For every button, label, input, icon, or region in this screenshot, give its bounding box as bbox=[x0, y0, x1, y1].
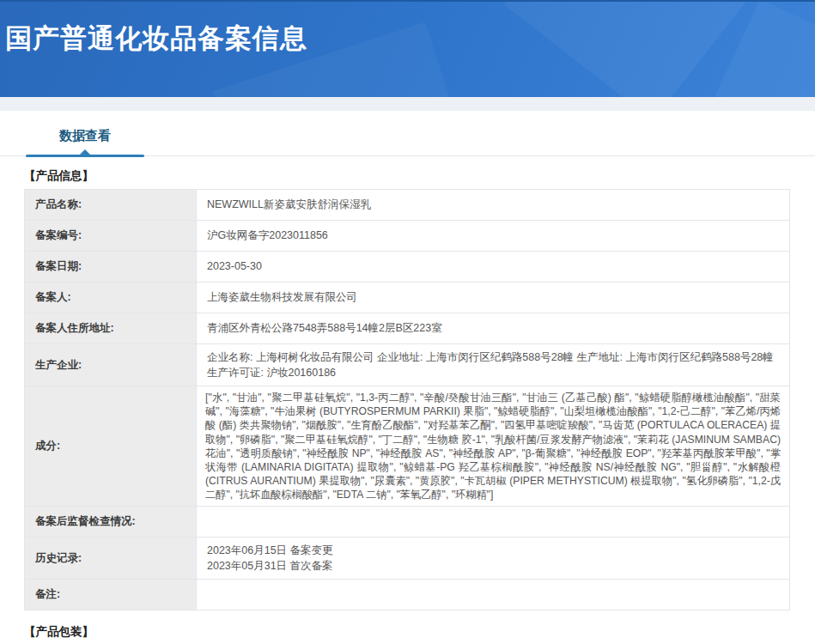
row-value-history: 2023年06月15日 备案变更 2023年05月31日 首次备案 bbox=[197, 538, 790, 580]
row-label-filing-date: 备案日期: bbox=[25, 252, 197, 283]
row-label-remarks: 备注: bbox=[25, 580, 197, 611]
banner-divider bbox=[0, 97, 815, 111]
row-value-product-name: NEWZWILL新姿葳安肤舒润保湿乳 bbox=[197, 190, 790, 221]
row-label-product-name: 产品名称: bbox=[25, 190, 197, 221]
row-value-filer: 上海姿葳生物科技发展有限公司 bbox=[197, 283, 790, 313]
row-value-ingredients: ["水", "甘油", "聚二甲基硅氧烷", "1,3-丙二醇", "辛酸/癸酸… bbox=[197, 386, 790, 507]
table-row: 备案日期: 2023-05-30 bbox=[25, 252, 790, 283]
product-info-table: 产品名称: NEWZWILL新姿葳安肤舒润保湿乳 备案编号: 沪G妆网备字202… bbox=[24, 189, 790, 611]
table-row: 备案编号: 沪G妆网备字2023011856 bbox=[25, 221, 790, 252]
table-row: 历史记录: 2023年06月15日 备案变更 2023年05月31日 首次备案 bbox=[25, 538, 790, 580]
row-label-history: 历史记录: bbox=[25, 538, 197, 580]
row-value-manufacturer: 企业名称: 上海柯树化妆品有限公司 企业地址: 上海市闵行区纪鹤路588号28幢… bbox=[197, 344, 790, 386]
row-value-filing-date: 2023-05-30 bbox=[197, 252, 790, 283]
row-value-supervision bbox=[197, 507, 790, 538]
row-label-ingredients: 成分: bbox=[25, 386, 197, 507]
table-row: 生产企业: 企业名称: 上海柯树化妆品有限公司 企业地址: 上海市闵行区纪鹤路5… bbox=[25, 344, 790, 386]
table-row: 备案后监督检查情况: bbox=[25, 507, 790, 538]
row-label-filer: 备案人: bbox=[25, 283, 197, 313]
row-label-filer-address: 备案人住所地址: bbox=[25, 313, 197, 344]
table-row: 备注: bbox=[25, 580, 790, 611]
row-label-filing-number: 备案编号: bbox=[25, 221, 197, 252]
row-value-remarks bbox=[197, 580, 790, 611]
row-value-filer-address: 青浦区外青松公路7548弄588号14幢2层B区223室 bbox=[197, 313, 790, 344]
row-label-manufacturer: 生产企业: bbox=[25, 344, 197, 386]
table-row: 备案人住所地址: 青浦区外青松公路7548弄588号14幢2层B区223室 bbox=[25, 313, 790, 344]
tab-data-view[interactable]: 数据查看 bbox=[26, 128, 144, 155]
content-card: 数据查看 【产品信息】 产品名称: NEWZWILL新姿葳安肤舒润保湿乳 备案编… bbox=[0, 111, 815, 644]
table-row: 产品名称: NEWZWILL新姿葳安肤舒润保湿乳 bbox=[25, 190, 790, 221]
tab-data-view-label: 数据查看 bbox=[59, 128, 111, 143]
packaging-section-title: 【产品包装】 bbox=[24, 624, 815, 640]
tab-bar: 数据查看 bbox=[0, 111, 815, 156]
tab-active-caret-icon bbox=[80, 149, 90, 155]
table-row: 成分: ["水", "甘油", "聚二甲基硅氧烷", "1,3-丙二醇", "辛… bbox=[25, 386, 790, 507]
row-label-supervision: 备案后监督检查情况: bbox=[25, 507, 197, 538]
table-row: 备案人: 上海姿葳生物科技发展有限公司 bbox=[25, 283, 790, 313]
product-info-section-title: 【产品信息】 bbox=[24, 168, 815, 184]
row-value-filing-number: 沪G妆网备字2023011856 bbox=[197, 221, 790, 252]
page-banner: 国产普通化妆品备案信息 bbox=[0, 0, 815, 97]
tab-active-underline bbox=[26, 155, 144, 157]
